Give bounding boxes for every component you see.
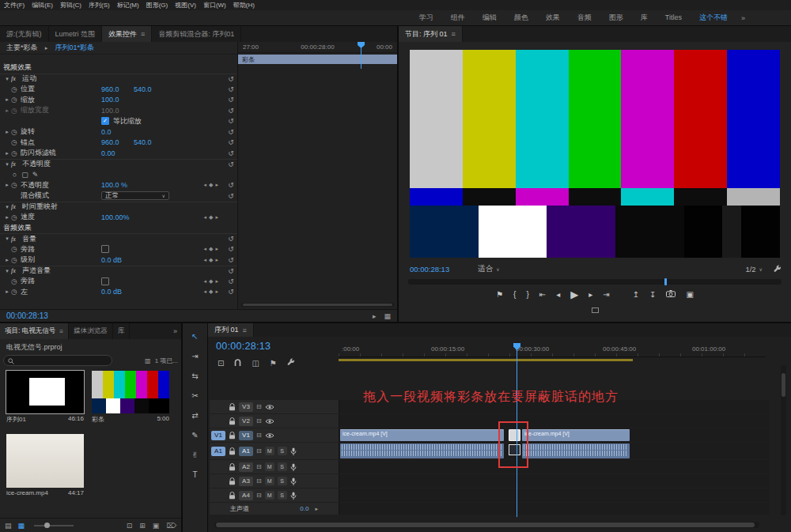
extract-button[interactable]: ↧ — [649, 289, 656, 301]
selection-tool[interactable]: ↖ — [188, 330, 202, 342]
track-visibility-icon[interactable] — [265, 432, 274, 439]
menu-item[interactable]: 视图(V) — [175, 1, 196, 9]
source-patch-v2[interactable] — [211, 417, 225, 426]
panel-menu-icon[interactable]: ≡ — [141, 30, 145, 38]
pen-mask-icon[interactable]: ✎ — [30, 171, 40, 179]
reset-icon[interactable]: ↺ — [226, 245, 236, 253]
panel-overflow-button[interactable]: » — [169, 323, 181, 339]
settings-wrench-button[interactable] — [774, 265, 782, 273]
program-scrubber[interactable] — [408, 279, 782, 285]
project-item-thumbnail[interactable] — [6, 371, 84, 413]
scrollbar-thumb[interactable] — [782, 373, 785, 397]
mark-out-button[interactable]: } — [526, 289, 528, 301]
sync-lock-icon[interactable]: ⊟ — [256, 417, 262, 424]
mute-button[interactable]: M — [265, 477, 274, 485]
source-patch-a4[interactable] — [211, 491, 225, 500]
source-patch-v1[interactable]: V1 — [211, 431, 225, 440]
reset-icon[interactable]: ↺ — [226, 107, 236, 115]
param-value[interactable]: 100.0 — [101, 96, 134, 104]
twirl-right-icon[interactable]: ▸ — [3, 214, 11, 221]
type-tool[interactable]: T — [188, 468, 202, 481]
track-visibility-icon[interactable] — [265, 418, 274, 424]
effect-name[interactable]: 声道音量 — [22, 266, 51, 276]
track-target-a2[interactable]: A2 — [239, 462, 253, 472]
twirl-right-icon[interactable]: ▸ — [3, 289, 11, 295]
stopwatch-icon[interactable]: ◷ — [11, 213, 21, 221]
menu-item[interactable]: 图形(G) — [146, 1, 168, 9]
ellipse-mask-icon[interactable]: ○ — [9, 171, 20, 179]
keyframe-next-icon[interactable]: ▸ — [215, 257, 218, 263]
hand-tool[interactable]: ✌ — [188, 448, 202, 461]
sync-lock-icon[interactable]: ⊟ — [256, 432, 262, 439]
project-tab[interactable]: 项目: 电视无信号≡ — [0, 323, 69, 339]
reset-icon[interactable]: ↺ — [226, 160, 236, 168]
reset-icon[interactable]: ↺ — [226, 96, 236, 104]
add-marker-button[interactable]: ⚑ — [496, 289, 503, 301]
project-tab[interactable]: 库 — [113, 323, 131, 339]
twirl-right-icon[interactable]: ▸ — [3, 257, 11, 263]
automate-to-sequence-icon[interactable]: ⊡ — [127, 522, 133, 530]
menu-item[interactable]: 窗口(W) — [203, 1, 226, 9]
program-monitor-tab[interactable]: 节目: 序列 01 ≡ — [399, 26, 463, 42]
param-value[interactable]: 0.0 — [101, 128, 134, 136]
reset-icon[interactable]: ↺ — [226, 235, 236, 243]
voiceover-record-icon[interactable] — [290, 463, 297, 471]
program-timecode[interactable]: 00:00:28:13 — [410, 265, 449, 274]
param-value[interactable]: 100.0 — [101, 107, 134, 115]
stopwatch-icon[interactable]: ◷ — [11, 85, 21, 93]
go-to-out-button[interactable]: ⇥ — [603, 289, 609, 301]
workspace-tab[interactable]: 图形 — [600, 10, 632, 25]
reset-icon[interactable]: ↺ — [226, 138, 236, 146]
lock-icon[interactable] — [229, 417, 236, 425]
source-patch-a2[interactable] — [211, 462, 225, 472]
program-playhead[interactable] — [664, 278, 667, 285]
project-file-name[interactable]: 电视无信号.prproj — [6, 342, 62, 353]
reset-icon[interactable]: ↺ — [226, 267, 236, 275]
comparison-view-button[interactable]: ▣ — [686, 289, 693, 301]
keyframe-add-icon[interactable]: ◆ — [209, 278, 213, 285]
stopwatch-icon[interactable]: ◷ — [11, 96, 21, 104]
menu-item[interactable]: 标记(M) — [117, 1, 139, 9]
workspace-tab[interactable]: 效果 — [537, 10, 569, 25]
mark-in-button[interactable]: { — [513, 289, 516, 301]
thumbnail-zoom-slider[interactable] — [34, 525, 74, 526]
toggle-audio-units-icon[interactable]: ▦ — [384, 312, 391, 320]
keyframe-add-icon[interactable]: ◆ — [209, 182, 213, 188]
param-value[interactable]: 540.0 — [134, 138, 166, 146]
panel-menu-icon[interactable]: ≡ — [452, 30, 456, 38]
track-target-a3[interactable]: A3 — [239, 477, 253, 486]
linked-selection-icon[interactable]: ◫ — [252, 359, 259, 368]
effect-controls-tab[interactable]: 源:(无剪辑) — [0, 26, 49, 42]
play-audio-icon[interactable]: ▸ — [373, 312, 377, 320]
menu-item[interactable]: 编辑(E) — [32, 1, 53, 9]
drag-video-icon[interactable] — [592, 308, 599, 313]
slip-tool[interactable]: ⇄ — [188, 409, 202, 421]
search-input[interactable] — [17, 357, 108, 364]
track-select-tool[interactable]: ⇥ — [188, 349, 202, 362]
timeline-settings-icon[interactable] — [287, 358, 295, 368]
track-target-v1[interactable]: V1 — [239, 431, 253, 440]
twirl-right-icon[interactable]: ▸ — [3, 108, 11, 114]
video-clip[interactable]: ice-cream.mp4 [V] — [522, 429, 630, 441]
timeline-ruler[interactable]: :00:0000:00:15:0000:00:30:0000:00:45:000… — [339, 343, 766, 357]
sync-lock-icon[interactable]: ⊟ — [256, 447, 262, 455]
param-value[interactable]: 960.0 — [101, 138, 134, 146]
keyframe-next-icon[interactable]: ▸ — [215, 289, 218, 295]
panel-menu-icon[interactable]: ≡ — [243, 326, 247, 334]
timeline-tab[interactable]: 序列 01 ≡ — [208, 323, 254, 337]
step-back-button[interactable]: ◂ — [556, 289, 560, 301]
stopwatch-icon[interactable]: ◷ — [11, 277, 21, 285]
param-value[interactable]: 100.0 % — [101, 181, 134, 189]
project-item-label[interactable]: 彩条5:00 — [92, 415, 169, 424]
source-patch-a3[interactable] — [211, 477, 225, 486]
keyframe-prev-icon[interactable]: ◂ — [204, 257, 207, 263]
keyframe-next-icon[interactable]: ▸ — [215, 246, 218, 252]
ripple-edit-tool[interactable]: ⇆ — [188, 369, 202, 382]
keyframe-add-icon[interactable]: ◆ — [209, 289, 213, 295]
go-to-in-button[interactable]: ⇤ — [539, 289, 546, 301]
twirl-down-icon[interactable]: ▾ — [3, 236, 11, 242]
icon-view-button[interactable]: ▦ — [18, 522, 25, 530]
project-item-label[interactable]: ice-cream.mp444:17 — [6, 489, 84, 496]
solo-button[interactable]: S — [278, 462, 287, 471]
twirl-down-icon[interactable]: ▾ — [3, 268, 11, 274]
